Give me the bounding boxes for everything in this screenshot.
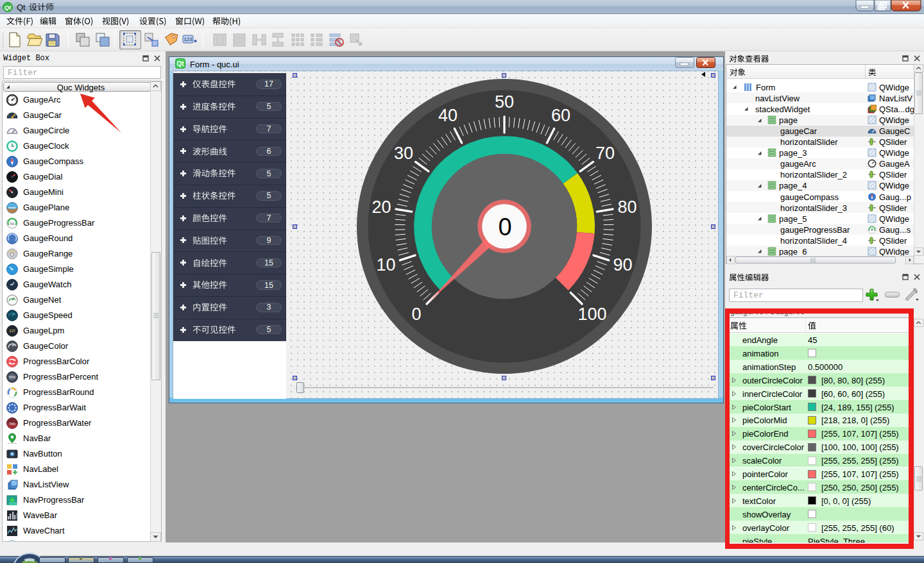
svg-text:Qt: Qt: [4, 4, 12, 11]
svg-text:2.27: 2.27: [10, 330, 15, 333]
svg-text:50%: 50%: [9, 375, 16, 379]
svg-text:0: 0: [411, 305, 421, 324]
svg-text:70: 70: [595, 144, 615, 163]
svg-text:40: 40: [438, 106, 458, 125]
svg-text:0: 0: [498, 214, 511, 240]
svg-text:20: 20: [372, 197, 391, 217]
svg-text:123: 123: [184, 37, 193, 42]
svg-text:Qt: Qt: [176, 60, 184, 67]
svg-text:90: 90: [613, 255, 632, 274]
svg-text:10: 10: [377, 255, 396, 274]
svg-text:30: 30: [394, 144, 413, 163]
svg-text:50: 50: [10, 222, 15, 226]
svg-text:74%: 74%: [9, 421, 16, 425]
svg-text:100: 100: [578, 305, 607, 324]
svg-text:50: 50: [495, 92, 514, 112]
svg-text:60: 60: [551, 106, 570, 125]
svg-text:80: 80: [617, 197, 637, 217]
